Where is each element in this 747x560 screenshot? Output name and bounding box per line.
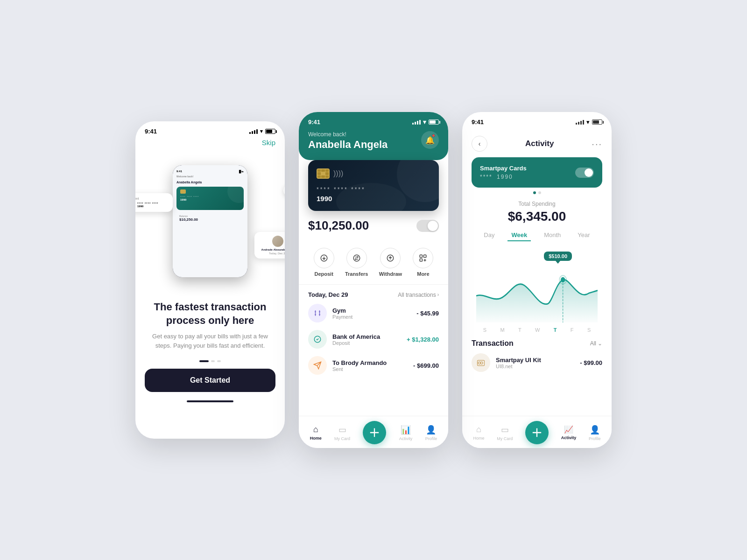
- nav-activity[interactable]: 📊 Activity: [399, 425, 413, 441]
- transfers-icon: [346, 248, 367, 268]
- onboarding-screen: 9:41 ▾ Skip 9:41: [135, 121, 285, 439]
- nav-profile[interactable]: 👤 Profile: [425, 425, 437, 441]
- notification-dot: [432, 134, 435, 137]
- carousel-dots: [472, 191, 602, 194]
- filter-all[interactable]: All ⌄: [590, 340, 602, 347]
- progress-dots: [135, 360, 285, 362]
- spending-amount: $6,345.00: [472, 209, 602, 224]
- transfers-label: Transfers: [345, 271, 368, 277]
- day-s1: S: [483, 327, 486, 333]
- profile-nav-icon: 👤: [426, 425, 436, 435]
- card-carousel: Smartpay Cards **** 1990: [462, 157, 612, 194]
- inner-card: **** **** **** 1990: [176, 187, 244, 210]
- more-icon: [413, 248, 433, 268]
- action-more[interactable]: More: [413, 248, 433, 277]
- tx-bank-amount: + $1,328.00: [407, 336, 439, 343]
- period-month[interactable]: Month: [540, 230, 564, 241]
- bottom-nav-3: ⌂ Home ▭ My Card 📈 Activity 👤 Pro: [462, 416, 612, 448]
- center-nav-button[interactable]: [363, 421, 386, 444]
- transactions-section: Today, Dec 29 All transactions › Gym Pay…: [299, 285, 448, 389]
- smartpay-info: Smartpay UI Kit UI8.net: [496, 357, 574, 369]
- signal-icon: [249, 129, 258, 134]
- svg-point-12: [480, 362, 483, 364]
- bank-icon: [308, 330, 327, 349]
- balance-row: $10,250.00: [299, 211, 448, 240]
- wifi-icon-2: ▾: [423, 119, 426, 126]
- inner-welcome: Welcome back!: [176, 175, 244, 178]
- nav-home[interactable]: ⌂ Home: [310, 425, 322, 441]
- dot-3: [217, 360, 221, 362]
- carousel-card-info: Smartpay Cards **** 1990: [480, 165, 527, 180]
- tx-bank-type: Deposit: [332, 340, 401, 346]
- action-withdraw[interactable]: Withdraw: [379, 248, 402, 277]
- nav3-profile[interactable]: 👤 Profile: [589, 425, 601, 441]
- period-year[interactable]: Year: [574, 230, 593, 241]
- nav3-activity[interactable]: 📈 Activity: [561, 425, 577, 440]
- more-menu-button[interactable]: ···: [592, 139, 602, 149]
- nav3-home[interactable]: ⌂ Home: [473, 425, 484, 441]
- tx-brody-name: To Brody Armando: [332, 359, 408, 366]
- spending-chart: $510.00: [476, 248, 598, 322]
- card-nav-label: My Card: [334, 436, 350, 441]
- back-button[interactable]: ‹: [472, 136, 487, 152]
- center3-nav-button[interactable]: [525, 421, 549, 444]
- activity-nav-label: Activity: [399, 436, 413, 441]
- tx-brody-type: Sent: [332, 366, 408, 372]
- card-toggle[interactable]: [575, 168, 594, 178]
- tx-gym: Gym Payment - $45.99: [308, 304, 439, 322]
- header-row: Welcome back! Anabella Angela 🔔: [308, 131, 439, 151]
- tx-bank: Bank of America Deposit + $1,328.00: [308, 330, 439, 349]
- nav-center[interactable]: [363, 421, 386, 444]
- day-t2[interactable]: T: [554, 327, 557, 333]
- bottom-nav-2: ⌂ Home ▭ My Card 📊 Activity 👤 Pro: [299, 416, 448, 448]
- notification-bell[interactable]: 🔔: [421, 131, 439, 149]
- status-bar-2: 9:41 ▾: [308, 119, 439, 126]
- contactless-icon: )))): [333, 169, 343, 178]
- activity-title: Activity: [525, 139, 554, 148]
- profile-bubble: Andrade Alexander Base Today, Dec 29: [254, 232, 285, 259]
- nav3-center[interactable]: [525, 421, 549, 444]
- payment-card-row: **** **** **** 1990: [135, 202, 168, 208]
- profile3-nav-icon: 👤: [590, 425, 600, 435]
- tooltip-arrow: [556, 261, 560, 264]
- battery-icon-3: [592, 119, 602, 125]
- wifi-icon: ▾: [260, 128, 263, 134]
- get-started-button[interactable]: Get Started: [145, 369, 275, 392]
- smartpay-source: UI8.net: [496, 364, 574, 369]
- toggle-switch[interactable]: [416, 220, 439, 232]
- action-transfers[interactable]: Transfers: [345, 248, 368, 277]
- period-week[interactable]: Week: [507, 230, 531, 241]
- home3-nav-label: Home: [473, 436, 484, 441]
- skip-button[interactable]: Skip: [135, 139, 285, 151]
- withdraw-icon: [380, 248, 401, 268]
- smartpay-name: Smartpay UI Kit: [496, 357, 574, 364]
- time-3: 9:41: [472, 119, 484, 126]
- activity3-nav-label: Activity: [561, 435, 577, 440]
- section-header: Today, Dec 29 All transactions ›: [308, 291, 439, 298]
- svg-rect-5: [420, 259, 423, 261]
- activity3-nav-icon: 📈: [564, 425, 573, 434]
- period-day[interactable]: Day: [480, 230, 498, 241]
- dot-2: [211, 360, 215, 362]
- smartpay-amount: - $99.00: [580, 359, 602, 366]
- nav3-mycard[interactable]: ▭ My Card: [497, 425, 513, 441]
- activity-nav-icon: 📊: [401, 425, 411, 435]
- svg-rect-4: [424, 255, 426, 257]
- date-label: Today, Dec 29: [259, 252, 285, 255]
- user-name: Anabella Angela: [308, 139, 388, 151]
- deposit-icon: [314, 248, 334, 268]
- status-bar-1: 9:41 ▾: [135, 121, 285, 139]
- section-date: Today, Dec 29: [308, 291, 348, 298]
- home-nav-icon: ⌂: [313, 425, 318, 434]
- action-deposit[interactable]: Deposit: [314, 248, 334, 277]
- card-toggle-knob: [585, 168, 593, 177]
- nav-mycard[interactable]: ▭ My Card: [334, 425, 350, 441]
- add-card-button[interactable]: +: [283, 184, 285, 197]
- battery-icon: [265, 129, 275, 134]
- spending-section: Total Spending $6,345.00 Day Week Month …: [462, 201, 612, 333]
- all-transactions-link[interactable]: All transactions ›: [398, 292, 439, 298]
- inner-screen: 9:41 ▉▾▪ Welcome back! Anabella Angela *…: [173, 165, 247, 277]
- home3-nav-icon: ⌂: [476, 425, 481, 434]
- tx-bank-info: Bank of America Deposit: [332, 333, 401, 346]
- tx-gym-info: Gym Payment: [332, 307, 411, 320]
